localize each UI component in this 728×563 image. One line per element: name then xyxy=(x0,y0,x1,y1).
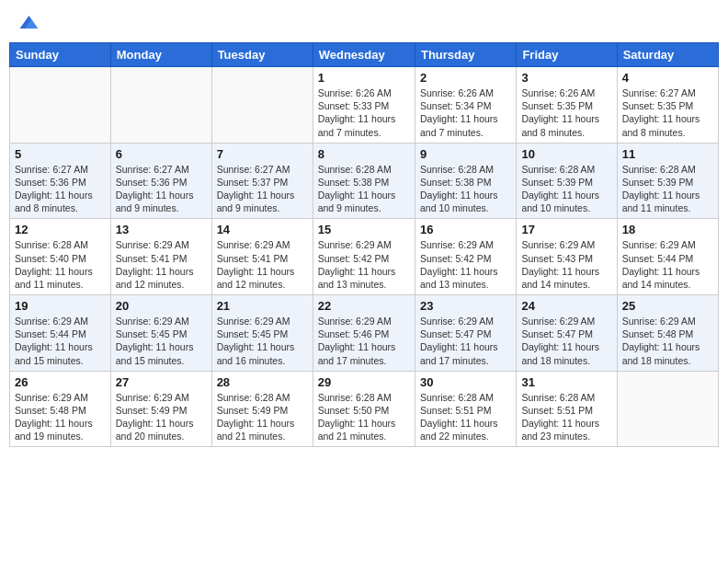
day-header-sunday: Sunday xyxy=(10,43,111,67)
day-header-wednesday: Wednesday xyxy=(313,43,415,67)
day-info: Sunrise: 6:28 AM Sunset: 5:39 PM Dayligh… xyxy=(622,163,713,215)
calendar-cell: 16Sunrise: 6:29 AM Sunset: 5:42 PM Dayli… xyxy=(415,219,516,295)
day-info: Sunrise: 6:27 AM Sunset: 5:36 PM Dayligh… xyxy=(116,163,207,215)
day-info: Sunrise: 6:27 AM Sunset: 5:37 PM Dayligh… xyxy=(217,163,308,215)
calendar-cell: 21Sunrise: 6:29 AM Sunset: 5:45 PM Dayli… xyxy=(211,295,313,372)
calendar-cell: 9Sunrise: 6:28 AM Sunset: 5:38 PM Daylig… xyxy=(415,143,516,219)
page-header xyxy=(9,9,719,35)
calendar-week-row: 26Sunrise: 6:29 AM Sunset: 5:48 PM Dayli… xyxy=(10,371,719,447)
logo-icon xyxy=(15,9,40,35)
calendar-cell: 5Sunrise: 6:27 AM Sunset: 5:36 PM Daylig… xyxy=(10,143,111,219)
day-number: 4 xyxy=(622,71,713,85)
day-number: 14 xyxy=(217,223,308,236)
day-number: 13 xyxy=(116,223,207,236)
day-header-thursday: Thursday xyxy=(415,43,516,67)
day-number: 25 xyxy=(622,299,713,313)
day-number: 11 xyxy=(622,147,713,161)
day-info: Sunrise: 6:29 AM Sunset: 5:49 PM Dayligh… xyxy=(116,391,207,443)
calendar-cell: 18Sunrise: 6:29 AM Sunset: 5:44 PM Dayli… xyxy=(617,219,718,295)
day-header-friday: Friday xyxy=(517,43,617,67)
calendar-week-row: 19Sunrise: 6:29 AM Sunset: 5:44 PM Dayli… xyxy=(10,295,719,372)
day-number: 21 xyxy=(217,299,308,313)
calendar-cell: 29Sunrise: 6:28 AM Sunset: 5:50 PM Dayli… xyxy=(313,371,415,447)
day-header-saturday: Saturday xyxy=(617,43,718,67)
day-info: Sunrise: 6:29 AM Sunset: 5:44 PM Dayligh… xyxy=(622,238,713,291)
day-number: 23 xyxy=(420,299,511,313)
day-info: Sunrise: 6:29 AM Sunset: 5:47 PM Dayligh… xyxy=(420,315,511,367)
calendar-cell: 13Sunrise: 6:29 AM Sunset: 5:41 PM Dayli… xyxy=(110,219,211,295)
day-info: Sunrise: 6:29 AM Sunset: 5:46 PM Dayligh… xyxy=(318,315,410,367)
day-number: 3 xyxy=(521,71,611,85)
calendar-cell: 28Sunrise: 6:28 AM Sunset: 5:49 PM Dayli… xyxy=(211,371,313,447)
day-number: 26 xyxy=(15,375,106,389)
day-number: 6 xyxy=(116,147,207,161)
calendar-week-row: 5Sunrise: 6:27 AM Sunset: 5:36 PM Daylig… xyxy=(10,143,719,219)
calendar-cell: 3Sunrise: 6:26 AM Sunset: 5:35 PM Daylig… xyxy=(517,67,617,144)
day-info: Sunrise: 6:26 AM Sunset: 5:35 PM Dayligh… xyxy=(521,86,611,139)
day-number: 28 xyxy=(217,375,308,389)
day-number: 24 xyxy=(521,299,611,313)
calendar-cell: 30Sunrise: 6:28 AM Sunset: 5:51 PM Dayli… xyxy=(415,371,516,447)
calendar-cell: 22Sunrise: 6:29 AM Sunset: 5:46 PM Dayli… xyxy=(313,295,415,372)
calendar-table: SundayMondayTuesdayWednesdayThursdayFrid… xyxy=(9,42,719,447)
calendar-cell: 12Sunrise: 6:28 AM Sunset: 5:40 PM Dayli… xyxy=(10,219,111,295)
day-info: Sunrise: 6:29 AM Sunset: 5:47 PM Dayligh… xyxy=(521,315,611,367)
day-info: Sunrise: 6:28 AM Sunset: 5:40 PM Dayligh… xyxy=(15,238,106,291)
calendar-cell: 15Sunrise: 6:29 AM Sunset: 5:42 PM Dayli… xyxy=(313,219,415,295)
day-info: Sunrise: 6:28 AM Sunset: 5:39 PM Dayligh… xyxy=(521,163,611,215)
day-number: 8 xyxy=(318,147,410,161)
calendar-cell: 20Sunrise: 6:29 AM Sunset: 5:45 PM Dayli… xyxy=(110,295,211,372)
day-info: Sunrise: 6:28 AM Sunset: 5:50 PM Dayligh… xyxy=(318,391,410,443)
day-info: Sunrise: 6:28 AM Sunset: 5:49 PM Dayligh… xyxy=(217,391,308,443)
day-info: Sunrise: 6:29 AM Sunset: 5:44 PM Dayligh… xyxy=(15,315,106,367)
day-number: 17 xyxy=(521,223,611,236)
logo xyxy=(13,13,40,35)
day-number: 16 xyxy=(420,223,511,236)
day-number: 30 xyxy=(420,375,511,389)
calendar-cell: 19Sunrise: 6:29 AM Sunset: 5:44 PM Dayli… xyxy=(10,295,111,372)
day-number: 7 xyxy=(217,147,308,161)
day-number: 22 xyxy=(318,299,410,313)
calendar-cell: 7Sunrise: 6:27 AM Sunset: 5:37 PM Daylig… xyxy=(211,143,313,219)
calendar-cell: 4Sunrise: 6:27 AM Sunset: 5:35 PM Daylig… xyxy=(617,67,718,144)
day-number: 27 xyxy=(116,375,207,389)
calendar-cell: 2Sunrise: 6:26 AM Sunset: 5:34 PM Daylig… xyxy=(415,67,516,144)
day-info: Sunrise: 6:29 AM Sunset: 5:48 PM Dayligh… xyxy=(622,315,713,367)
day-number: 5 xyxy=(15,147,106,161)
calendar-cell: 17Sunrise: 6:29 AM Sunset: 5:43 PM Dayli… xyxy=(517,219,617,295)
day-info: Sunrise: 6:27 AM Sunset: 5:35 PM Dayligh… xyxy=(622,86,713,139)
calendar-cell: 31Sunrise: 6:28 AM Sunset: 5:51 PM Dayli… xyxy=(517,371,617,447)
calendar-cell: 14Sunrise: 6:29 AM Sunset: 5:41 PM Dayli… xyxy=(211,219,313,295)
day-info: Sunrise: 6:29 AM Sunset: 5:43 PM Dayligh… xyxy=(521,238,611,291)
calendar-cell: 6Sunrise: 6:27 AM Sunset: 5:36 PM Daylig… xyxy=(110,143,211,219)
day-info: Sunrise: 6:28 AM Sunset: 5:51 PM Dayligh… xyxy=(420,391,511,443)
day-number: 29 xyxy=(318,375,410,389)
day-info: Sunrise: 6:28 AM Sunset: 5:38 PM Dayligh… xyxy=(318,163,410,215)
day-info: Sunrise: 6:29 AM Sunset: 5:45 PM Dayligh… xyxy=(116,315,207,367)
calendar-cell xyxy=(211,67,313,144)
calendar-cell: 23Sunrise: 6:29 AM Sunset: 5:47 PM Dayli… xyxy=(415,295,516,372)
calendar-cell xyxy=(110,67,211,144)
calendar-week-row: 1Sunrise: 6:26 AM Sunset: 5:33 PM Daylig… xyxy=(10,67,719,144)
day-number: 2 xyxy=(420,71,511,85)
calendar-cell xyxy=(10,67,111,144)
day-info: Sunrise: 6:26 AM Sunset: 5:33 PM Dayligh… xyxy=(318,86,410,139)
day-number: 1 xyxy=(318,71,410,85)
calendar-cell: 26Sunrise: 6:29 AM Sunset: 5:48 PM Dayli… xyxy=(10,371,111,447)
day-info: Sunrise: 6:26 AM Sunset: 5:34 PM Dayligh… xyxy=(420,86,511,139)
day-header-monday: Monday xyxy=(110,43,211,67)
day-header-tuesday: Tuesday xyxy=(211,43,313,67)
calendar-cell: 8Sunrise: 6:28 AM Sunset: 5:38 PM Daylig… xyxy=(313,143,415,219)
day-info: Sunrise: 6:29 AM Sunset: 5:48 PM Dayligh… xyxy=(15,391,106,443)
day-number: 12 xyxy=(15,223,106,236)
calendar-cell xyxy=(617,371,718,447)
calendar-cell: 11Sunrise: 6:28 AM Sunset: 5:39 PM Dayli… xyxy=(617,143,718,219)
calendar-header-row: SundayMondayTuesdayWednesdayThursdayFrid… xyxy=(10,43,719,67)
day-info: Sunrise: 6:29 AM Sunset: 5:42 PM Dayligh… xyxy=(420,238,511,291)
day-number: 19 xyxy=(15,299,106,313)
day-info: Sunrise: 6:27 AM Sunset: 5:36 PM Dayligh… xyxy=(15,163,106,215)
day-number: 15 xyxy=(318,223,410,236)
calendar-cell: 10Sunrise: 6:28 AM Sunset: 5:39 PM Dayli… xyxy=(517,143,617,219)
day-number: 31 xyxy=(521,375,611,389)
day-info: Sunrise: 6:29 AM Sunset: 5:42 PM Dayligh… xyxy=(318,238,410,291)
